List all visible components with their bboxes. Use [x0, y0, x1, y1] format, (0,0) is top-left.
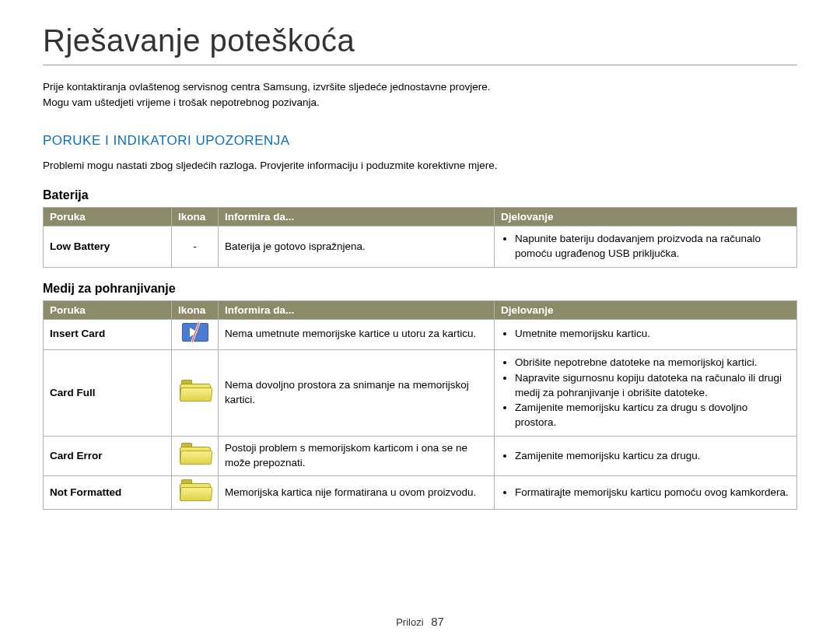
th-djelovanje: Djelovanje	[495, 300, 797, 319]
intro-line-1: Prije kontaktiranja ovlaštenog servisnog…	[43, 79, 797, 95]
page-number: 87	[431, 615, 444, 628]
cell-action: Napunite bateriju dodavanjem proizvoda n…	[495, 226, 797, 268]
th-poruka: Poruka	[44, 208, 172, 226]
table-row: Not Formatted Memorijska kartica nije fo…	[44, 476, 797, 510]
storage-table-title: Medij za pohranjivanje	[43, 282, 797, 296]
battery-table: Poruka Ikona Informira da... Djelovanje …	[43, 207, 797, 268]
storage-table: Poruka Ikona Informira da... Djelovanje …	[43, 300, 797, 510]
cell-icon	[172, 349, 219, 436]
action-item: Napravite sigurnosnu kopiju datoteka na …	[515, 371, 790, 401]
cell-inform: Baterija je gotovo ispražnjena.	[219, 226, 495, 268]
cell-icon	[172, 319, 219, 349]
cell-icon	[172, 437, 219, 476]
table-row: Card Full Nema dovoljno prostora za snim…	[44, 349, 797, 436]
action-item: Umetnite memorijsku karticu.	[515, 327, 790, 342]
th-informira: Informira da...	[219, 208, 495, 226]
folder-icon	[180, 380, 211, 402]
action-item: Formatirajte memorijsku karticu pomoću o…	[515, 486, 790, 500]
page-footer: Prilozi 87	[0, 615, 840, 628]
th-poruka: Poruka	[44, 300, 172, 319]
section-text: Problemi mogu nastati zbog sljedećih raz…	[43, 160, 797, 171]
table-row: Low Battery - Baterija je gotovo ispražn…	[44, 226, 797, 268]
action-item: Napunite bateriju dodavanjem proizvoda n…	[515, 232, 790, 261]
intro-line-2: Mogu vam uštedjeti vrijeme i trošak nepo…	[43, 95, 797, 111]
cell-action: Umetnite memorijsku karticu.	[495, 319, 797, 349]
th-ikona: Ikona	[172, 208, 219, 226]
cell-action: Zamijenite memorijsku karticu za drugu.	[495, 437, 797, 476]
table-row: Insert Card Nema umetnute memorijske kar…	[44, 319, 797, 349]
card-slash-icon	[182, 323, 208, 342]
cell-icon	[172, 476, 219, 510]
action-item: Zamijenite memorijsku karticu za drugu s…	[515, 401, 790, 430]
cell-inform: Postoji problem s memorijskom karticom i…	[219, 437, 495, 476]
th-ikona: Ikona	[172, 300, 219, 319]
cell-msg: Insert Card	[44, 319, 172, 349]
action-item: Obrišite nepotrebne datoteke na memorijs…	[515, 356, 790, 370]
cell-msg: Card Full	[44, 349, 172, 436]
cell-action: Formatirajte memorijsku karticu pomoću o…	[495, 476, 797, 510]
action-item: Zamijenite memorijsku karticu za drugu.	[515, 449, 790, 464]
th-djelovanje: Djelovanje	[495, 208, 797, 226]
th-informira: Informira da...	[219, 300, 495, 319]
cell-msg: Card Error	[44, 437, 172, 476]
cell-icon: -	[172, 226, 219, 268]
page-title: Rješavanje poteškoća	[43, 23, 797, 58]
table-row: Card Error Postoji problem s memorijskom…	[44, 437, 797, 476]
cell-msg: Low Battery	[44, 226, 172, 268]
cell-inform: Nema dovoljno prostora za snimanje na me…	[219, 349, 495, 436]
folder-icon	[180, 479, 211, 501]
intro-text: Prije kontaktiranja ovlaštenog servisnog…	[43, 79, 797, 110]
divider	[43, 65, 797, 65]
cell-msg: Not Formatted	[44, 476, 172, 510]
cell-action: Obrišite nepotrebne datoteke na memorijs…	[495, 349, 797, 436]
folder-icon	[180, 443, 211, 465]
section-heading: PORUKE I INDIKATORI UPOZORENJA	[43, 133, 797, 149]
table-header-row: Poruka Ikona Informira da... Djelovanje	[44, 300, 797, 319]
cell-inform: Nema umetnute memorijske kartice u utoru…	[219, 319, 495, 349]
battery-table-title: Baterija	[43, 188, 797, 202]
cell-inform: Memorijska kartica nije formatirana u ov…	[219, 476, 495, 510]
table-header-row: Poruka Ikona Informira da... Djelovanje	[44, 208, 797, 226]
footer-label: Prilozi	[396, 616, 423, 628]
